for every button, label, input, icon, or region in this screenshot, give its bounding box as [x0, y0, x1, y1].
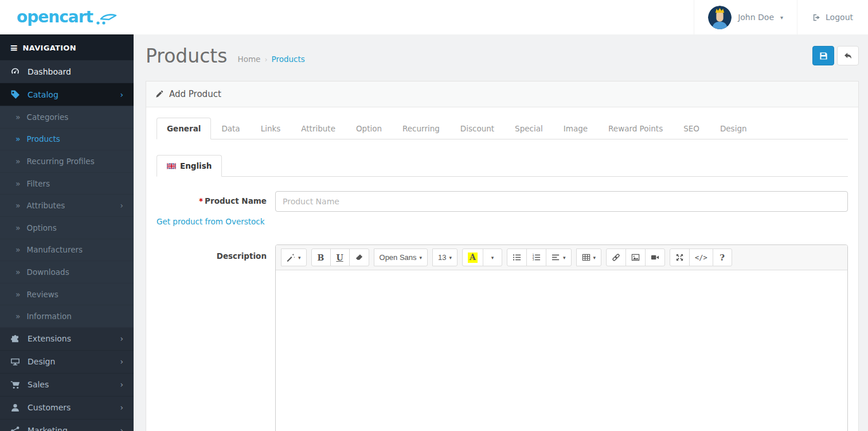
table-dropdown[interactable]: ▾ [576, 248, 602, 266]
sidebar-item-information[interactable]: » Information [0, 305, 134, 328]
sidebar-item-dashboard[interactable]: Dashboard [0, 60, 134, 83]
magic-wand-icon [287, 253, 295, 262]
sidebar-nav-header: ≡ NAVIGATION [0, 34, 134, 60]
tab-discount[interactable]: Discount [450, 118, 505, 139]
sidebar-item-filters[interactable]: » Filters [0, 173, 134, 195]
sidebar-item-label: Dashboard [28, 67, 71, 76]
sidebar-item-catalog[interactable]: Catalog › [0, 83, 134, 106]
tab-special[interactable]: Special [505, 118, 553, 139]
breadcrumb: Home › Products [238, 55, 305, 64]
chevron-right-icon: › [120, 201, 123, 210]
save-button[interactable] [812, 46, 834, 65]
fullscreen-icon [675, 253, 684, 262]
tab-general[interactable]: General [157, 118, 211, 139]
overstock-link[interactable]: Get product from Overstock [157, 217, 265, 226]
hamburger-icon: ≡ [10, 43, 18, 53]
fullscreen-button[interactable] [670, 248, 690, 266]
font-family-dropdown[interactable]: Open Sans ▾ [374, 248, 428, 266]
paragraph-align-dropdown[interactable]: ▾ [546, 248, 572, 266]
product-name-input[interactable] [275, 191, 848, 212]
tab-attribute[interactable]: Attribute [291, 118, 346, 139]
chevron-right-icon: › [120, 380, 123, 389]
code-view-icon: </> [695, 254, 707, 262]
editor-toolbar: ▾ B U [276, 245, 847, 270]
picture-icon [631, 253, 640, 262]
tab-recurring[interactable]: Recurring [392, 118, 450, 139]
underline-button[interactable]: U [330, 248, 350, 266]
back-button[interactable] [837, 46, 859, 65]
help-button[interactable]: ? [713, 248, 732, 266]
tab-option[interactable]: Option [346, 118, 392, 139]
tab-links[interactable]: Links [251, 118, 291, 139]
sidebar-item-label: Sales [28, 380, 49, 389]
chevron-right-icon: › [120, 90, 123, 99]
double-angle-icon: » [15, 201, 21, 210]
svg-text:3: 3 [533, 258, 534, 262]
text-color-icon: A [468, 253, 478, 263]
cart-logo-icon [96, 11, 117, 25]
uk-flag-icon [167, 163, 176, 169]
logo[interactable]: opencart [0, 0, 134, 34]
tab-seo[interactable]: SEO [673, 118, 710, 139]
sidebar-item-label: Extensions [28, 334, 71, 343]
page-title: Products [146, 46, 228, 67]
breadcrumb-home[interactable]: Home [238, 55, 261, 64]
sidebar-item-attributes[interactable]: » Attributes › [0, 195, 134, 217]
unordered-list-button[interactable] [507, 248, 527, 266]
sidebar-item-label: Recurring Profiles [27, 157, 95, 166]
code-view-button[interactable]: </> [689, 248, 713, 266]
sidebar-item-label: Filters [27, 179, 50, 188]
chevron-right-icon: › [120, 357, 123, 366]
tab-english[interactable]: English [157, 155, 222, 177]
sidebar-item-marketing[interactable]: Marketing › [0, 420, 134, 431]
sign-out-icon [812, 13, 821, 22]
text-color-button[interactable]: A [462, 248, 483, 266]
sidebar-item-products[interactable]: » Products [0, 129, 134, 151]
logout-button[interactable]: Logout [797, 0, 868, 34]
magic-style-button[interactable]: ▾ [281, 248, 307, 266]
tab-reward-points[interactable]: Reward Points [598, 118, 673, 139]
required-mark: * [199, 196, 203, 205]
sidebar-item-options[interactable]: » Options [0, 217, 134, 239]
avatar [708, 6, 732, 29]
ordered-list-button[interactable]: 1 2 3 [526, 248, 546, 266]
description-editor-area[interactable] [276, 270, 847, 431]
sidebar-item-design[interactable]: Design › [0, 351, 134, 374]
sidebar-item-recurring-profiles[interactable]: » Recurring Profiles [0, 150, 134, 173]
tab-design[interactable]: Design [710, 118, 757, 139]
sidebar-item-label: Categories [27, 112, 69, 122]
bold-button[interactable]: B [311, 248, 331, 266]
add-product-panel: Add Product General Data Links Attribute… [146, 81, 859, 431]
insert-image-button[interactable] [625, 248, 646, 266]
monitor-icon [10, 357, 20, 367]
sidebar-item-label: Information [27, 312, 72, 321]
sidebar-item-reviews[interactable]: » Reviews [0, 284, 134, 306]
tab-image[interactable]: Image [553, 118, 598, 139]
font-size-dropdown[interactable]: 13 ▾ [432, 248, 458, 266]
clear-format-button[interactable] [349, 248, 369, 266]
breadcrumb-separator: › [264, 55, 267, 64]
double-angle-icon: » [15, 245, 21, 254]
description-label: Description [157, 244, 275, 431]
tab-data[interactable]: Data [211, 118, 250, 139]
sidebar-item-sales[interactable]: Sales › [0, 374, 134, 397]
bold-icon: B [318, 253, 324, 262]
sidebar-item-categories[interactable]: » Categories [0, 106, 134, 129]
sidebar-item-extensions[interactable]: Extensions › [0, 328, 134, 351]
sidebar-item-manufacturers[interactable]: » Manufacturers [0, 239, 134, 262]
share-icon [10, 426, 20, 431]
nav-title: NAVIGATION [23, 44, 76, 52]
breadcrumb-products-link[interactable]: Products [272, 55, 305, 64]
sidebar-item-label: Manufacturers [27, 245, 83, 254]
text-color-dropdown[interactable]: ▾ [483, 248, 502, 266]
caret-down-icon: ▾ [298, 255, 301, 261]
insert-link-button[interactable] [606, 248, 626, 266]
double-angle-icon: » [15, 290, 21, 299]
sidebar-item-downloads[interactable]: » Downloads [0, 261, 134, 284]
back-arrow-icon [843, 51, 853, 60]
user-name: John Doe [738, 13, 774, 22]
insert-video-button[interactable] [645, 248, 665, 266]
caret-down-icon: ▾ [420, 255, 423, 261]
sidebar-item-customers[interactable]: Customers › [0, 397, 134, 420]
user-menu[interactable]: John Doe ▾ [694, 0, 797, 34]
